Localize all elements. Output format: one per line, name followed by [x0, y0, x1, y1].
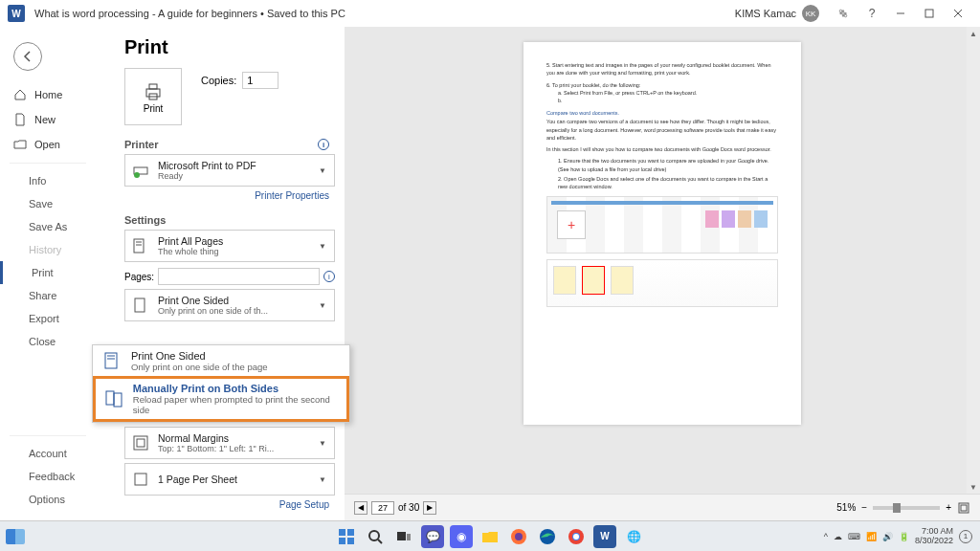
svg-rect-15 [105, 353, 117, 368]
margins-dropdown[interactable]: Normal MarginsTop: 1" Bottom: 1" Left: 1… [124, 427, 335, 459]
doc-compare-heading: Compare two word documents. [546, 110, 778, 116]
sides-sub: Only print on one side of th... [158, 306, 315, 316]
preview-page: 5. Start entering text and images in the… [523, 42, 801, 425]
svg-line-31 [378, 540, 382, 543]
help-button[interactable]: ? [858, 0, 886, 27]
svg-point-39 [573, 534, 579, 540]
print-button[interactable]: Print [124, 68, 182, 125]
minimize-button[interactable] [886, 0, 915, 27]
edge-icon[interactable] [536, 525, 559, 548]
volume-icon[interactable]: 🔊 [882, 532, 893, 541]
fit-page-button[interactable] [957, 501, 970, 515]
svg-point-10 [134, 172, 140, 178]
nav-home[interactable]: Home [0, 82, 96, 107]
start-button[interactable] [335, 525, 358, 548]
nav-home-label: Home [34, 89, 62, 100]
print-pane: Print Print Copies: Printeri Microsoft P… [96, 27, 345, 520]
doc-body-2: In this section I will show you how to c… [546, 145, 778, 153]
home-icon [13, 88, 27, 101]
windows-taskbar: 💬 ◉ W 🌐 ^ ☁ ⌨ 📶 🔊 🔋 7:00 AM 8/30/2022 1 [0, 520, 980, 551]
search-button[interactable] [364, 525, 387, 548]
pages-input[interactable] [158, 268, 320, 285]
svg-rect-28 [339, 538, 345, 544]
zoom-out-button[interactable]: − [861, 502, 867, 513]
nav-export[interactable]: Export [0, 307, 96, 330]
vertical-scrollbar[interactable]: ▲ ▼ [967, 27, 980, 494]
svg-rect-29 [347, 538, 354, 544]
zoom-in-button[interactable]: + [946, 502, 951, 513]
margins-sub: Top: 1" Bottom: 1" Left: 1" Ri... [158, 444, 315, 453]
nav-info[interactable]: Info [0, 169, 96, 192]
system-tray[interactable]: ^ ☁ ⌨ 📶 🔊 🔋 7:00 AM 8/30/2022 1 [824, 527, 972, 546]
flyout-both-sides[interactable]: Manually Print on Both SidesReload paper… [93, 376, 349, 422]
ribbon-mode-icon[interactable] [829, 0, 858, 27]
svg-rect-3 [925, 10, 933, 17]
wifi-icon[interactable]: 📶 [866, 532, 877, 541]
keyboard-icon[interactable]: ⌨ [848, 532, 860, 541]
nav-print-label: Print [32, 267, 54, 278]
one-sided-icon [129, 294, 152, 317]
nav-print[interactable]: Print [0, 261, 96, 284]
notifications-icon[interactable]: 1 [959, 530, 972, 543]
svg-rect-21 [134, 436, 147, 450]
printer-info-icon[interactable]: i [318, 139, 329, 150]
pages-info-icon[interactable]: i [323, 271, 335, 282]
pages-per-sheet-dropdown[interactable]: 1 Page Per Sheet ▼ [124, 463, 335, 496]
open-folder-icon [13, 138, 27, 151]
chrome-icon[interactable] [565, 525, 588, 548]
nav-save[interactable]: Save [0, 192, 96, 215]
user-account[interactable]: KIMS Kamac KK [735, 5, 819, 22]
doc-line-5: 5. Start entering text and images in the… [546, 61, 778, 77]
sides-dropdown[interactable]: Print One SidedOnly print on one side of… [124, 289, 335, 321]
widgets-button[interactable] [6, 529, 25, 544]
word-taskbar-icon[interactable]: W [593, 525, 616, 548]
svg-rect-23 [135, 474, 146, 485]
print-what-dropdown[interactable]: Print All PagesThe whole thing ▼ [124, 230, 335, 262]
scroll-down-icon[interactable]: ▼ [969, 480, 977, 494]
nav-save-as[interactable]: Save As [0, 215, 96, 238]
close-button[interactable] [944, 0, 972, 27]
maximize-button[interactable] [915, 0, 944, 27]
battery-icon[interactable]: 🔋 [899, 532, 909, 541]
page-total-label: of 30 [398, 502, 419, 513]
nav-new[interactable]: New [0, 107, 96, 132]
firefox-icon[interactable] [507, 525, 530, 548]
zoom-slider[interactable] [873, 506, 940, 510]
widgets-icon [6, 529, 25, 544]
settings-section-label: Settings [124, 214, 166, 226]
svg-rect-19 [114, 393, 122, 407]
prev-page-button[interactable]: ◀ [354, 501, 368, 515]
flyout-one-sided[interactable]: Print One SidedOnly print on one side of… [93, 345, 349, 376]
print-heading: Print [124, 36, 335, 58]
copies-input[interactable] [242, 72, 278, 89]
one-sided-icon [100, 349, 123, 372]
flyout-opt2-title: Manually Print on Both Sides [133, 383, 339, 394]
printer-properties-link[interactable]: Printer Properties [124, 190, 335, 201]
discord-icon[interactable]: ◉ [450, 525, 473, 548]
flyout-opt1-title: Print One Sided [131, 350, 268, 362]
nav-close[interactable]: Close [0, 330, 96, 353]
printer-section-label: Printer [124, 139, 158, 150]
next-page-button[interactable]: ▶ [423, 501, 436, 515]
printer-dropdown[interactable]: Microsoft Print to PDFReady ▼ [124, 154, 335, 187]
onedrive-icon[interactable]: ☁ [834, 532, 842, 541]
doc-line-6: 6. To print your booklet, do the followi… [546, 81, 778, 89]
doc-step-2: 2. Open Google Docs and select one of th… [558, 175, 778, 191]
page-setup-link[interactable]: Page Setup [124, 499, 335, 510]
svg-rect-14 [135, 298, 145, 312]
scroll-up-icon[interactable]: ▲ [969, 27, 977, 40]
page-number-input[interactable] [371, 501, 394, 515]
file-explorer-icon[interactable] [479, 525, 501, 548]
back-button[interactable] [13, 42, 42, 71]
svg-point-30 [369, 531, 379, 540]
nav-feedback[interactable]: Feedback [0, 465, 96, 488]
tray-chevron-icon[interactable]: ^ [824, 532, 828, 541]
task-view-button[interactable] [392, 525, 415, 548]
nav-open[interactable]: Open [0, 132, 96, 157]
teams-icon[interactable]: 💬 [421, 525, 444, 548]
nav-account[interactable]: Account [0, 442, 96, 465]
nav-share[interactable]: Share [0, 284, 96, 307]
svg-rect-6 [146, 89, 160, 97]
app-icon[interactable]: 🌐 [622, 525, 645, 548]
nav-options[interactable]: Options [0, 488, 96, 511]
